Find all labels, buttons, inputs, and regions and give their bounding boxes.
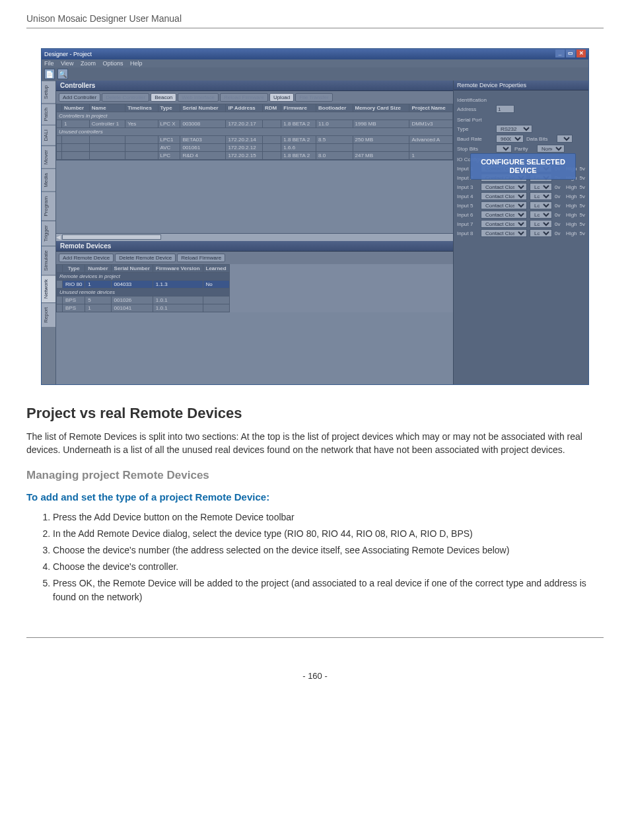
procedure-step: Choose the device's controller. [53,560,604,574]
web-interface-button[interactable]: Web Interface [178,93,219,102]
beacon-button[interactable]: Beacon [151,93,176,102]
io-low-label: 0v [555,221,560,227]
section-heading: Project vs real Remote Devices [26,405,604,422]
menu-options[interactable]: Options [102,60,123,67]
io-low-label: 0v [555,230,560,236]
io-high-label: High [566,193,577,199]
tab-patch[interactable]: Patch [42,103,55,125]
io-input-row: Input 5Contact ClosureLow0vHigh5v [457,201,585,209]
io-high-label: High [566,203,577,209]
io-high-val: 5v [580,184,585,190]
io-high-val: 5v [580,212,585,218]
controllers-header: Controllers [56,81,453,91]
procedure-heading: To add and set the type of a project Rem… [26,491,604,503]
io-active-select[interactable]: Low [530,220,552,228]
controllers-hscroll[interactable]: ◀ [56,233,453,241]
menu-view[interactable]: View [61,60,73,67]
table-row[interactable]: AVC001061172.20.2.121.6.6 [57,144,453,152]
minimize-icon[interactable]: _ [555,50,565,57]
add-remote-device-button[interactable]: Add Remote Device [59,254,114,262]
tab-mover[interactable]: Mover [42,145,55,168]
address-input[interactable] [496,105,514,113]
io-high-label: High [566,212,577,218]
baud-label: Baud Rate [457,136,493,142]
page-number: - 160 - [26,671,604,681]
side-tabs: Setup Patch DALI Mover Media Program Tri… [42,81,56,384]
add-controller-button[interactable]: Add Controller [59,93,100,102]
footer-rule [26,637,604,638]
parity-label: Parity [514,146,534,152]
io-low-label: 0v [555,184,560,190]
io-low-label: 0v [555,203,560,209]
databits-select[interactable]: 8 [557,135,573,143]
io-active-select[interactable]: Low [530,211,552,219]
properties-header: Remote Device Properties [454,81,588,90]
parity-select[interactable]: None [537,145,565,153]
table-row[interactable]: LPC1BETA03172.20.2.141.8 BETA 28.5250 MB… [57,136,453,144]
tab-setup[interactable]: Setup [42,81,55,103]
table-row[interactable]: LPCR&D 4172.20.2.151.8 BETA 28.0247 MB1 [57,152,453,160]
tab-simulate[interactable]: Simulate [42,246,55,275]
io-active-select[interactable]: Low [530,192,552,200]
titlebar: Designer - Project _ ▭ ✕ [42,49,588,59]
serial-port-label: Serial Port [457,117,585,123]
menu-help[interactable]: Help [130,60,143,67]
io-input-row: Input 4Contact ClosureLow0vHigh5v [457,192,585,200]
io-type-select[interactable]: Contact Closure [481,220,527,228]
table-row[interactable]: RIO 8010040331.1.3No [57,280,230,288]
io-input-row: Input 3Contact ClosureLow0vHigh5v [457,183,585,191]
toolbar-icon-1[interactable]: 📄 [44,69,55,79]
menu-zoom[interactable]: Zoom [81,60,96,67]
io-high-val: 5v [580,221,585,227]
io-input-label: Input 8 [457,230,478,236]
procedure-step: Press OK, the Remote Device will be adde… [53,577,604,604]
io-type-select[interactable]: Contact Closure [481,192,527,200]
tab-media[interactable]: Media [42,168,55,192]
io-high-val: 5v [580,193,585,199]
type-select[interactable]: RS232 [496,125,532,133]
tab-report[interactable]: Report [42,302,55,327]
tab-trigger[interactable]: Trigger [42,221,55,246]
remote-reload-firmware-button[interactable]: Reload Firmware [177,254,225,262]
toolbar-icon-2[interactable]: 🔍 [57,69,68,79]
controllers-table[interactable]: NumberNameTimelinesTypeSerial NumberIP A… [56,104,453,160]
tab-dali[interactable]: DALI [42,125,55,145]
databits-label: Data Bits [526,136,554,142]
io-low-label: 0v [555,193,560,199]
section-paragraph: The list of Remote Devices is split into… [26,430,604,457]
io-input-label: Input 3 [457,184,478,190]
procedure-step: In the Add Remote Device dialog, select … [53,527,604,541]
io-input-row: Input 6Contact ClosureLow0vHigh5v [457,211,585,219]
menu-file[interactable]: File [44,60,54,67]
io-active-select[interactable]: Low [530,183,552,191]
delete-remote-device-button[interactable]: Delete Remote Device [115,254,176,262]
close-icon[interactable]: ✕ [577,50,586,57]
table-row[interactable]: 1Controller 1YesLPC X003008172.20.2.171.… [57,120,453,128]
io-type-select[interactable]: Contact Closure [481,201,527,209]
table-row[interactable]: BPS50010261.0.1 [57,296,230,304]
upload-button[interactable]: Upload [269,93,294,102]
io-input-label: Input 5 [457,203,478,209]
io-type-select[interactable]: Contact Closure [481,183,527,191]
io-type-select[interactable]: Contact Closure [481,229,527,237]
baud-select[interactable]: 9600 [496,135,524,143]
reload-firmware-button[interactable]: Reload Firmware [220,93,268,102]
overlay-line1: CONFIGURE SELECTED [477,158,569,166]
tab-network[interactable]: Network [42,275,55,302]
controllers-empty-area [56,160,453,233]
tab-program[interactable]: Program [42,192,55,221]
remote-devices-table[interactable]: TypeNumberSerial NumberFirmware VersionL… [56,264,230,312]
procedure-step: Choose the device's number (the address … [53,543,604,557]
file-transfer-button[interactable]: File Transfer [295,93,332,102]
io-type-select[interactable]: Contact Closure [481,211,527,219]
stopbits-select[interactable]: 1 [496,145,512,153]
io-input-label: Input 6 [457,212,478,218]
delete-controller-button[interactable]: Delete Controller [102,93,149,102]
io-active-select[interactable]: Low [530,229,552,237]
io-high-label: High [566,221,577,227]
io-active-select[interactable]: Low [530,201,552,209]
table-row[interactable]: BPS10010411.0.1 [57,304,230,312]
remote-devices-header: Remote Devices [56,241,453,252]
configure-overlay: CONFIGURE SELECTED DEVICE [470,153,576,180]
maximize-icon[interactable]: ▭ [566,50,575,57]
